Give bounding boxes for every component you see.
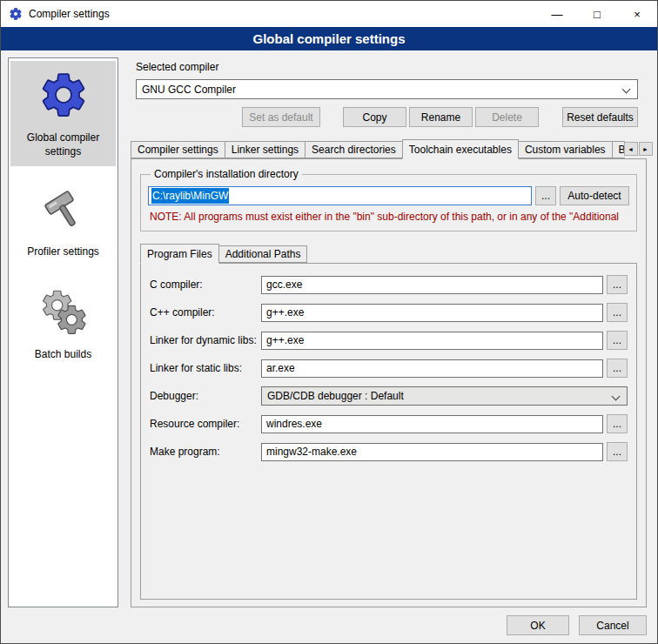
sidebar-item-batch-builds[interactable]: Batch builds — [10, 278, 116, 370]
copy-button[interactable]: Copy — [343, 107, 406, 127]
main-content: Selected compiler GNU GCC Compiler Set a… — [127, 57, 650, 607]
tab-additional-paths[interactable]: Additional Paths — [218, 245, 308, 263]
debugger-value: GDB/CDB debugger : Default — [267, 390, 404, 402]
dialog-body: Global compiler settings Profiler settin… — [1, 50, 657, 611]
static-linker-value: ar.exe — [266, 362, 295, 374]
tab-search-directories[interactable]: Search directories — [305, 141, 403, 158]
static-linker-label: Linker for static libs: — [150, 362, 261, 374]
selected-compiler-label: Selected compiler — [136, 61, 650, 73]
chevron-down-icon — [622, 85, 631, 94]
compiler-select-value: GNU GCC Compiler — [142, 84, 236, 96]
tab-scroll-left-icon[interactable]: ◄ — [624, 142, 638, 156]
installation-directory-row: C:\raylib\MinGW ... Auto-detect — [148, 186, 629, 205]
field-row-debugger: Debugger: GDB/CDB debugger : Default — [150, 386, 628, 406]
tab-linker-settings[interactable]: Linker settings — [225, 141, 306, 158]
dialog-header: Global compiler settings — [1, 27, 657, 50]
dynamic-linker-input[interactable]: g++.exe — [261, 332, 603, 350]
field-row-resource-compiler: Resource compiler: windres.exe ... — [150, 414, 628, 433]
make-program-input[interactable]: mingw32-make.exe — [261, 443, 603, 461]
auto-detect-button[interactable]: Auto-detect — [560, 186, 629, 205]
dynamic-linker-value: g++.exe — [266, 334, 304, 346]
cpp-compiler-value: g++.exe — [266, 306, 304, 319]
static-linker-browse-button[interactable]: ... — [607, 359, 628, 378]
toolchain-executables-panel: Compiler's installation directory C:\ray… — [131, 158, 647, 607]
sidebar-item-global-compiler-settings[interactable]: Global compiler settings — [10, 61, 116, 166]
cpp-compiler-browse-button[interactable]: ... — [607, 303, 628, 322]
sidebar-item-profiler-settings[interactable]: Profiler settings — [10, 177, 116, 267]
compiler-select[interactable]: GNU GCC Compiler — [136, 79, 638, 99]
minimize-button[interactable]: — — [537, 1, 577, 27]
dynamic-linker-browse-button[interactable]: ... — [607, 331, 628, 350]
field-row-c-compiler: C compiler: gcc.exe ... — [150, 275, 628, 294]
installation-directory-value: C:\raylib\MinGW — [151, 188, 229, 204]
rename-button[interactable]: Rename — [409, 107, 473, 127]
tab-build-options-truncated[interactable]: Buil — [612, 141, 625, 158]
compiler-actions: Set as default Copy Rename Delete Reset … — [136, 107, 638, 127]
resource-compiler-input[interactable]: windres.exe — [261, 415, 603, 433]
cancel-button[interactable]: Cancel — [579, 615, 647, 635]
make-program-value: mingw32-make.exe — [266, 446, 357, 458]
tab-program-files[interactable]: Program Files — [140, 244, 219, 264]
cpp-compiler-input[interactable]: g++.exe — [261, 304, 603, 322]
c-compiler-label: C compiler: — [150, 278, 261, 291]
dialog-header-title: Global compiler settings — [252, 31, 405, 46]
app-icon — [9, 7, 23, 21]
resource-compiler-label: Resource compiler: — [150, 418, 261, 430]
close-button[interactable]: × — [617, 1, 657, 27]
field-row-cpp-compiler: C++ compiler: g++.exe ... — [150, 303, 628, 322]
bin-subdirectory-note: NOTE: All programs must exist either in … — [150, 211, 629, 223]
sidebar-item-label: Batch builds — [35, 348, 91, 362]
c-compiler-value: gcc.exe — [266, 278, 302, 291]
program-files-tabbar: Program Files Additional Paths — [140, 244, 639, 263]
field-row-dynamic-linker: Linker for dynamic libs: g++.exe ... — [150, 331, 628, 350]
installation-directory-input[interactable]: C:\raylib\MinGW — [148, 186, 532, 205]
titlebar: Compiler settings — □ × — [1, 1, 657, 27]
sidebar: Global compiler settings Profiler settin… — [8, 57, 118, 607]
tab-toolchain-executables[interactable]: Toolchain executables — [402, 139, 519, 159]
compiler-settings-window: Compiler settings — □ × Global compiler … — [0, 0, 658, 644]
make-program-browse-button[interactable]: ... — [607, 442, 628, 461]
installation-directory-browse-button[interactable]: ... — [535, 186, 556, 205]
installation-directory-label: Compiler's installation directory — [151, 168, 302, 180]
field-row-static-linker: Linker for static libs: ar.exe ... — [150, 359, 628, 378]
make-program-label: Make program: — [150, 446, 261, 458]
tab-custom-variables[interactable]: Custom variables — [518, 141, 613, 158]
maximize-button[interactable]: □ — [577, 1, 617, 27]
delete-button[interactable]: Delete — [475, 107, 539, 127]
gears-gray-icon — [37, 285, 90, 340]
tab-compiler-settings[interactable]: Compiler settings — [131, 141, 225, 158]
cpp-compiler-label: C++ compiler: — [150, 306, 261, 319]
c-compiler-input[interactable]: gcc.exe — [261, 276, 603, 294]
window-controls: — □ × — [537, 1, 657, 27]
debugger-label: Debugger: — [150, 390, 261, 402]
gear-blue-icon — [37, 69, 90, 124]
program-files-panel: C compiler: gcc.exe ... C++ compiler: g+… — [140, 263, 637, 600]
window-title: Compiler settings — [29, 8, 110, 20]
set-as-default-button[interactable]: Set as default — [242, 107, 320, 127]
profiler-tool-icon — [38, 184, 89, 238]
static-linker-input[interactable]: ar.exe — [261, 359, 603, 378]
reset-defaults-button[interactable]: Reset defaults — [562, 107, 638, 127]
dynamic-linker-label: Linker for dynamic libs: — [150, 334, 261, 346]
settings-tabbar: Compiler settings Linker settings Search… — [131, 139, 647, 158]
debugger-select[interactable]: GDB/CDB debugger : Default — [261, 386, 628, 406]
installation-directory-groupbox: Compiler's installation directory C:\ray… — [140, 168, 637, 231]
sidebar-item-label: Profiler settings — [27, 245, 99, 259]
field-row-make-program: Make program: mingw32-make.exe ... — [150, 442, 628, 461]
chevron-down-icon — [612, 392, 621, 401]
dialog-footer: OK Cancel — [1, 611, 657, 643]
tab-scroll-right-icon[interactable]: ► — [639, 142, 653, 156]
c-compiler-browse-button[interactable]: ... — [607, 275, 628, 294]
tab-scroll-controls: ◄ ► — [624, 142, 653, 156]
resource-compiler-browse-button[interactable]: ... — [607, 414, 628, 433]
sidebar-item-label: Global compiler settings — [12, 131, 114, 158]
resource-compiler-value: windres.exe — [266, 418, 322, 430]
ok-button[interactable]: OK — [507, 615, 569, 635]
